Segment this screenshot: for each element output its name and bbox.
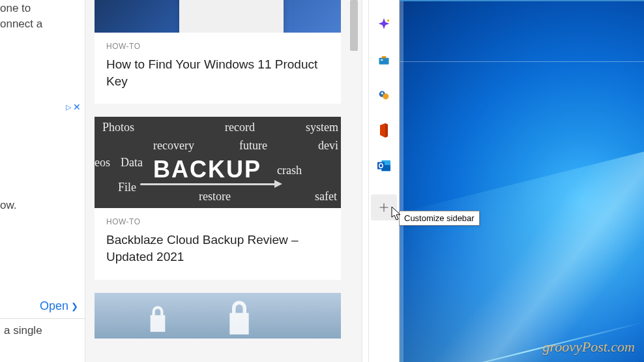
adchoices[interactable]: ▷ ✕ <box>66 101 81 114</box>
chalk-word: devi <box>318 139 338 153</box>
chalk-word: record <box>225 121 255 134</box>
chalk-word: future <box>239 139 267 153</box>
left-ad-fragment: one to onnect a ▷ ✕ ow. Open ❯ a single <box>0 0 85 362</box>
tools-icon[interactable] <box>373 50 394 70</box>
edge-sidebar <box>368 0 400 362</box>
text-line: onnect a <box>0 16 85 32</box>
svg-rect-1 <box>379 58 389 65</box>
chalk-word: safet <box>315 190 337 204</box>
chalk-word: recovery <box>153 139 194 153</box>
article-card[interactable] <box>95 293 341 339</box>
divider <box>0 318 85 319</box>
open-label: Open <box>40 298 68 314</box>
svg-point-0 <box>387 20 390 22</box>
article-title[interactable]: Backblaze Cloud Backup Review – Updated … <box>106 232 329 265</box>
lock-icon <box>225 301 254 335</box>
chalk-word: Photos <box>102 121 134 134</box>
text-fragment: ow. <box>0 198 17 213</box>
chalk-word: crash <box>277 164 302 177</box>
svg-rect-2 <box>382 56 387 58</box>
article-category: HOW-TO <box>106 217 329 226</box>
chalk-word: system <box>306 121 338 134</box>
scrollbar-thumb[interactable] <box>350 0 358 51</box>
scrollbar-track[interactable] <box>346 0 362 362</box>
article-thumbnail <box>95 0 341 33</box>
games-icon[interactable] <box>373 85 394 106</box>
article-thumbnail: Photos record system recovery future dev… <box>95 117 341 208</box>
article-thumbnail <box>95 293 341 339</box>
article-category: HOW-TO <box>106 42 329 51</box>
watermark: groovyPost.com <box>542 339 635 355</box>
office-icon[interactable] <box>373 120 394 141</box>
chalk-word: eos <box>95 156 110 170</box>
article-card[interactable]: HOW-TO How to Find Your Windows 11 Produ… <box>95 0 341 104</box>
chalk-word-backup: BACKUP <box>153 156 261 183</box>
copilot-icon[interactable] <box>373 14 394 35</box>
desktop-wallpaper[interactable] <box>400 0 644 362</box>
text-fragment: one to onnect a <box>0 1 85 32</box>
article-card[interactable]: Photos record system recovery future dev… <box>95 117 341 279</box>
svg-rect-7 <box>382 92 383 95</box>
customize-sidebar-button[interactable] <box>371 194 397 220</box>
text-line: one to <box>0 1 85 16</box>
underline-arrow <box>140 183 277 185</box>
chalk-word: File <box>118 181 136 194</box>
svg-point-5 <box>383 93 388 99</box>
ad-open-link[interactable]: Open ❯ <box>40 298 78 314</box>
outlook-icon[interactable] <box>373 155 394 176</box>
plus-icon <box>378 202 390 213</box>
spacer <box>362 0 368 362</box>
adchoices-close-icon[interactable]: ✕ <box>73 101 81 114</box>
chalk-word: Data <box>121 156 143 170</box>
chevron-right-icon: ❯ <box>71 301 78 312</box>
svg-rect-3 <box>381 59 383 61</box>
lock-icon <box>147 306 169 332</box>
chalk-word: restore <box>199 190 231 204</box>
text-fragment: a single <box>4 323 42 339</box>
article-list: HOW-TO How to Find Your Windows 11 Produ… <box>85 0 346 362</box>
adchoices-play-icon[interactable]: ▷ <box>66 102 71 112</box>
article-title[interactable]: How to Find Your Windows 11 Product Key <box>106 56 329 89</box>
tooltip: Customize sidebar <box>399 211 480 226</box>
